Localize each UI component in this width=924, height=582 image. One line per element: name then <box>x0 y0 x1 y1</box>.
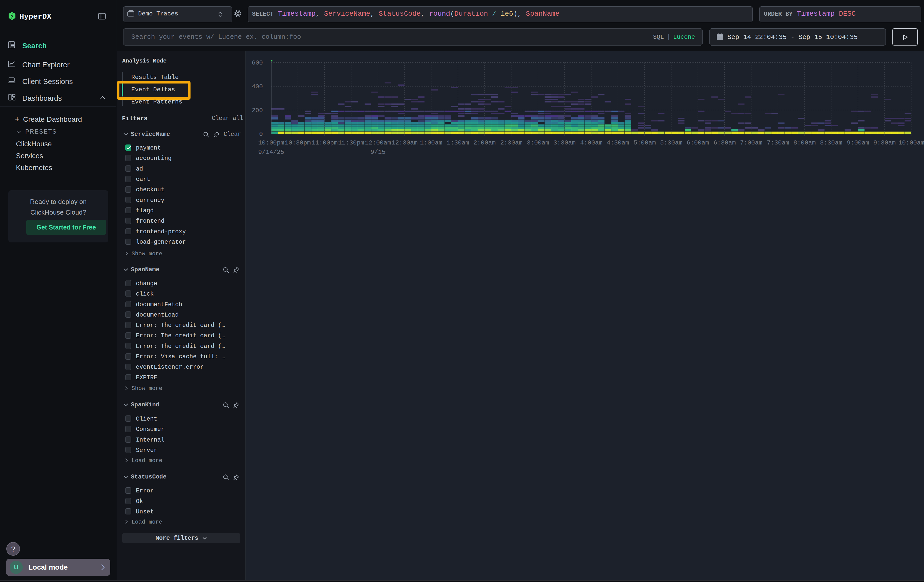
svg-text:0: 0 <box>259 131 263 138</box>
svg-text:5:00am: 5:00am <box>634 139 656 146</box>
svg-text:2:00am: 2:00am <box>474 139 496 146</box>
svg-text:400: 400 <box>252 83 263 90</box>
svg-text:6:30am: 6:30am <box>713 139 736 146</box>
svg-text:7:00am: 7:00am <box>740 139 762 146</box>
svg-text:10:30pm: 10:30pm <box>285 139 311 146</box>
svg-text:4:00am: 4:00am <box>580 139 602 146</box>
svg-text:11:30pm: 11:30pm <box>338 139 364 146</box>
svg-text:200: 200 <box>252 107 263 114</box>
svg-text:4:30am: 4:30am <box>607 139 629 146</box>
svg-text:8:30am: 8:30am <box>820 139 842 146</box>
svg-text:1:30am: 1:30am <box>447 139 469 146</box>
svg-text:12:00am: 12:00am <box>365 139 391 146</box>
svg-text:8:00am: 8:00am <box>794 139 816 146</box>
svg-text:9:00am: 9:00am <box>847 139 869 146</box>
svg-text:10:00pm: 10:00pm <box>258 139 284 146</box>
svg-text:9:30am: 9:30am <box>873 139 896 146</box>
svg-text:1:00am: 1:00am <box>420 139 442 146</box>
svg-text:3:00am: 3:00am <box>527 139 549 146</box>
svg-text:3:30am: 3:30am <box>553 139 576 146</box>
svg-text:5:30am: 5:30am <box>660 139 682 146</box>
svg-text:11:00pm: 11:00pm <box>312 139 338 146</box>
svg-text:9/14/25: 9/14/25 <box>258 149 284 156</box>
svg-text:10:00am: 10:00am <box>898 139 924 146</box>
svg-text:2:30am: 2:30am <box>500 139 523 146</box>
svg-text:6:00am: 6:00am <box>687 139 709 146</box>
svg-text:600: 600 <box>252 59 263 66</box>
svg-text:12:30am: 12:30am <box>392 139 418 146</box>
svg-text:9/15: 9/15 <box>371 149 386 156</box>
svg-text:7:30am: 7:30am <box>767 139 789 146</box>
